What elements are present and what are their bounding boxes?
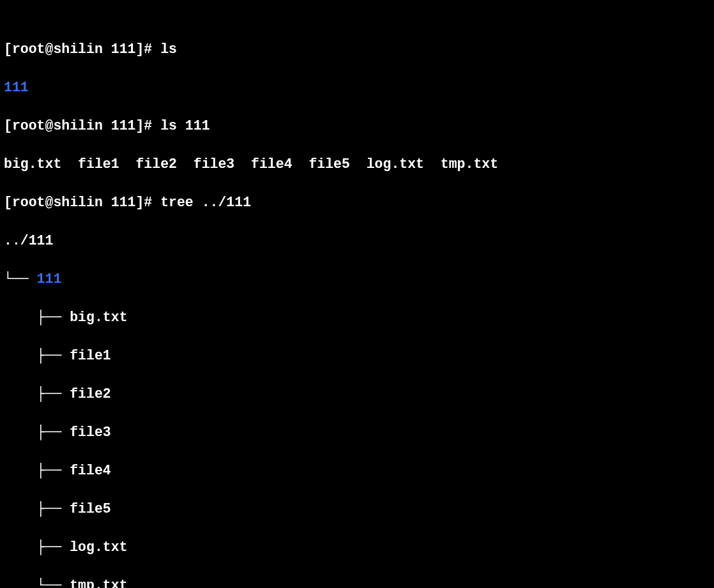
- tree-branch: └──: [4, 271, 37, 287]
- prompt: [root@shilin 111]#: [4, 118, 160, 133]
- tree-file: big.txt: [70, 310, 127, 325]
- dir-111: 111: [4, 80, 29, 95]
- ls-files: big.txt file1 file2 file3 file4 file5 lo…: [4, 155, 710, 174]
- cmd-ls-111: ls 111: [160, 118, 209, 133]
- terminal-output[interactable]: [root@shilin 111]# ls 111 [root@shilin 1…: [0, 0, 714, 588]
- tree-file: tmp.txt: [70, 578, 127, 588]
- tree-file: file2: [70, 386, 111, 402]
- tree-file: log.txt: [70, 539, 127, 555]
- cmd-ls: ls: [160, 41, 177, 57]
- tree-dir: └── 111: [4, 269, 710, 289]
- ls-output-1: 111: [4, 78, 710, 97]
- tree-file: file3: [70, 425, 111, 440]
- tree-dir-name: 111: [37, 271, 62, 287]
- tree-file: file5: [70, 501, 111, 516]
- prompt: [root@shilin 111]#: [4, 195, 160, 210]
- tree-file: file4: [70, 463, 111, 478]
- prompt-line-3: [root@shilin 111]# tree ../111: [4, 193, 710, 212]
- cmd-tree: tree ../111: [160, 195, 251, 210]
- tree-file: file1: [70, 348, 111, 363]
- prompt: [root@shilin 111]#: [4, 41, 160, 57]
- prompt-line-2: [root@shilin 111]# ls 111: [4, 116, 710, 135]
- prompt-line-1: [root@shilin 111]# ls: [4, 40, 710, 59]
- tree-root: ../111: [4, 231, 710, 250]
